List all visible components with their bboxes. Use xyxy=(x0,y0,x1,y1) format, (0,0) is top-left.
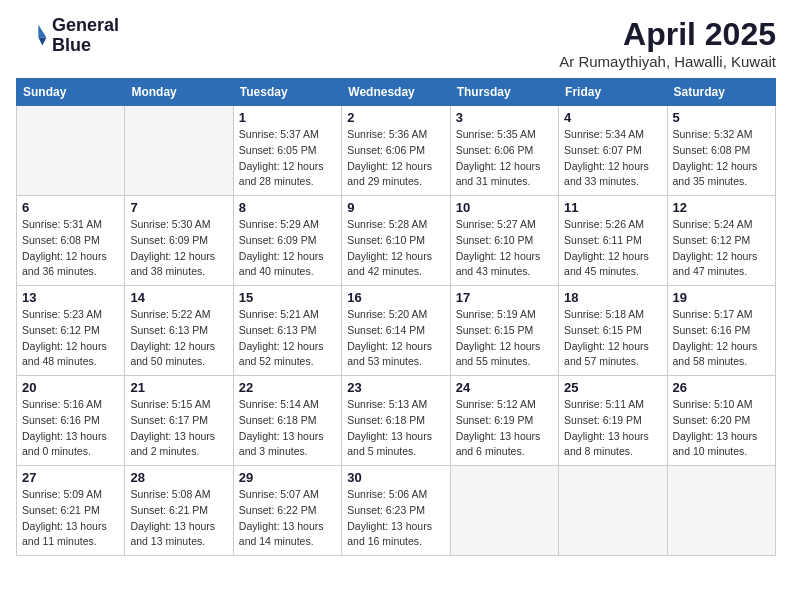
weekday-header: Thursday xyxy=(450,79,558,106)
daylight-text: Daylight: 12 hours and 29 minutes. xyxy=(347,159,444,191)
calendar-day-cell xyxy=(125,106,233,196)
svg-marker-0 xyxy=(38,25,46,38)
day-info: Sunrise: 5:17 AMSunset: 6:16 PMDaylight:… xyxy=(673,307,770,370)
calendar-week-row: 6Sunrise: 5:31 AMSunset: 6:08 PMDaylight… xyxy=(17,196,776,286)
page-header: General Blue April 2025 Ar Rumaythiyah, … xyxy=(16,16,776,70)
day-number: 24 xyxy=(456,380,553,395)
calendar-day-cell: 25Sunrise: 5:11 AMSunset: 6:19 PMDayligh… xyxy=(559,376,667,466)
sunrise-text: Sunrise: 5:36 AM xyxy=(347,127,444,143)
day-info: Sunrise: 5:06 AMSunset: 6:23 PMDaylight:… xyxy=(347,487,444,550)
calendar-day-cell: 2Sunrise: 5:36 AMSunset: 6:06 PMDaylight… xyxy=(342,106,450,196)
daylight-text: Daylight: 13 hours and 5 minutes. xyxy=(347,429,444,461)
sunset-text: Sunset: 6:18 PM xyxy=(347,413,444,429)
daylight-text: Daylight: 12 hours and 48 minutes. xyxy=(22,339,119,371)
logo-text: General Blue xyxy=(52,16,119,56)
sunrise-text: Sunrise: 5:06 AM xyxy=(347,487,444,503)
daylight-text: Daylight: 12 hours and 28 minutes. xyxy=(239,159,336,191)
day-info: Sunrise: 5:28 AMSunset: 6:10 PMDaylight:… xyxy=(347,217,444,280)
weekday-header: Friday xyxy=(559,79,667,106)
daylight-text: Daylight: 12 hours and 50 minutes. xyxy=(130,339,227,371)
calendar-day-cell: 30Sunrise: 5:06 AMSunset: 6:23 PMDayligh… xyxy=(342,466,450,556)
calendar-day-cell: 26Sunrise: 5:10 AMSunset: 6:20 PMDayligh… xyxy=(667,376,775,466)
sunrise-text: Sunrise: 5:30 AM xyxy=(130,217,227,233)
sunrise-text: Sunrise: 5:29 AM xyxy=(239,217,336,233)
sunset-text: Sunset: 6:12 PM xyxy=(22,323,119,339)
day-info: Sunrise: 5:14 AMSunset: 6:18 PMDaylight:… xyxy=(239,397,336,460)
day-number: 15 xyxy=(239,290,336,305)
weekday-header: Monday xyxy=(125,79,233,106)
calendar-table: SundayMondayTuesdayWednesdayThursdayFrid… xyxy=(16,78,776,556)
calendar-day-cell: 9Sunrise: 5:28 AMSunset: 6:10 PMDaylight… xyxy=(342,196,450,286)
daylight-text: Daylight: 12 hours and 38 minutes. xyxy=(130,249,227,281)
sunset-text: Sunset: 6:11 PM xyxy=(564,233,661,249)
day-info: Sunrise: 5:19 AMSunset: 6:15 PMDaylight:… xyxy=(456,307,553,370)
sunrise-text: Sunrise: 5:35 AM xyxy=(456,127,553,143)
calendar-day-cell: 19Sunrise: 5:17 AMSunset: 6:16 PMDayligh… xyxy=(667,286,775,376)
title-block: April 2025 Ar Rumaythiyah, Hawalli, Kuwa… xyxy=(559,16,776,70)
sunset-text: Sunset: 6:05 PM xyxy=(239,143,336,159)
daylight-text: Daylight: 12 hours and 31 minutes. xyxy=(456,159,553,191)
day-number: 7 xyxy=(130,200,227,215)
sunrise-text: Sunrise: 5:27 AM xyxy=(456,217,553,233)
day-info: Sunrise: 5:20 AMSunset: 6:14 PMDaylight:… xyxy=(347,307,444,370)
daylight-text: Daylight: 12 hours and 53 minutes. xyxy=(347,339,444,371)
sunrise-text: Sunrise: 5:10 AM xyxy=(673,397,770,413)
day-number: 5 xyxy=(673,110,770,125)
daylight-text: Daylight: 13 hours and 2 minutes. xyxy=(130,429,227,461)
daylight-text: Daylight: 13 hours and 13 minutes. xyxy=(130,519,227,551)
calendar-day-cell: 21Sunrise: 5:15 AMSunset: 6:17 PMDayligh… xyxy=(125,376,233,466)
calendar-day-cell: 28Sunrise: 5:08 AMSunset: 6:21 PMDayligh… xyxy=(125,466,233,556)
day-info: Sunrise: 5:08 AMSunset: 6:21 PMDaylight:… xyxy=(130,487,227,550)
day-info: Sunrise: 5:32 AMSunset: 6:08 PMDaylight:… xyxy=(673,127,770,190)
calendar-week-row: 20Sunrise: 5:16 AMSunset: 6:16 PMDayligh… xyxy=(17,376,776,466)
sunrise-text: Sunrise: 5:31 AM xyxy=(22,217,119,233)
day-info: Sunrise: 5:24 AMSunset: 6:12 PMDaylight:… xyxy=(673,217,770,280)
day-info: Sunrise: 5:11 AMSunset: 6:19 PMDaylight:… xyxy=(564,397,661,460)
day-number: 13 xyxy=(22,290,119,305)
sunset-text: Sunset: 6:21 PM xyxy=(130,503,227,519)
day-number: 8 xyxy=(239,200,336,215)
day-info: Sunrise: 5:10 AMSunset: 6:20 PMDaylight:… xyxy=(673,397,770,460)
calendar-day-cell: 13Sunrise: 5:23 AMSunset: 6:12 PMDayligh… xyxy=(17,286,125,376)
daylight-text: Daylight: 12 hours and 47 minutes. xyxy=(673,249,770,281)
daylight-text: Daylight: 13 hours and 14 minutes. xyxy=(239,519,336,551)
weekday-header: Wednesday xyxy=(342,79,450,106)
day-info: Sunrise: 5:26 AMSunset: 6:11 PMDaylight:… xyxy=(564,217,661,280)
location: Ar Rumaythiyah, Hawalli, Kuwait xyxy=(559,53,776,70)
day-number: 1 xyxy=(239,110,336,125)
calendar-week-row: 13Sunrise: 5:23 AMSunset: 6:12 PMDayligh… xyxy=(17,286,776,376)
day-info: Sunrise: 5:21 AMSunset: 6:13 PMDaylight:… xyxy=(239,307,336,370)
day-number: 16 xyxy=(347,290,444,305)
sunrise-text: Sunrise: 5:17 AM xyxy=(673,307,770,323)
calendar-day-cell: 6Sunrise: 5:31 AMSunset: 6:08 PMDaylight… xyxy=(17,196,125,286)
day-info: Sunrise: 5:07 AMSunset: 6:22 PMDaylight:… xyxy=(239,487,336,550)
sunset-text: Sunset: 6:07 PM xyxy=(564,143,661,159)
daylight-text: Daylight: 13 hours and 16 minutes. xyxy=(347,519,444,551)
day-number: 17 xyxy=(456,290,553,305)
daylight-text: Daylight: 12 hours and 42 minutes. xyxy=(347,249,444,281)
sunset-text: Sunset: 6:13 PM xyxy=(239,323,336,339)
day-number: 18 xyxy=(564,290,661,305)
daylight-text: Daylight: 13 hours and 11 minutes. xyxy=(22,519,119,551)
calendar-day-cell: 23Sunrise: 5:13 AMSunset: 6:18 PMDayligh… xyxy=(342,376,450,466)
daylight-text: Daylight: 12 hours and 52 minutes. xyxy=(239,339,336,371)
calendar-day-cell: 1Sunrise: 5:37 AMSunset: 6:05 PMDaylight… xyxy=(233,106,341,196)
sunset-text: Sunset: 6:14 PM xyxy=(347,323,444,339)
calendar-day-cell: 14Sunrise: 5:22 AMSunset: 6:13 PMDayligh… xyxy=(125,286,233,376)
calendar-day-cell: 5Sunrise: 5:32 AMSunset: 6:08 PMDaylight… xyxy=(667,106,775,196)
calendar-day-cell: 11Sunrise: 5:26 AMSunset: 6:11 PMDayligh… xyxy=(559,196,667,286)
day-number: 6 xyxy=(22,200,119,215)
day-number: 23 xyxy=(347,380,444,395)
day-number: 21 xyxy=(130,380,227,395)
sunrise-text: Sunrise: 5:21 AM xyxy=(239,307,336,323)
sunrise-text: Sunrise: 5:15 AM xyxy=(130,397,227,413)
day-info: Sunrise: 5:30 AMSunset: 6:09 PMDaylight:… xyxy=(130,217,227,280)
calendar-day-cell: 10Sunrise: 5:27 AMSunset: 6:10 PMDayligh… xyxy=(450,196,558,286)
sunrise-text: Sunrise: 5:09 AM xyxy=(22,487,119,503)
sunset-text: Sunset: 6:21 PM xyxy=(22,503,119,519)
daylight-text: Daylight: 12 hours and 36 minutes. xyxy=(22,249,119,281)
day-number: 27 xyxy=(22,470,119,485)
sunset-text: Sunset: 6:15 PM xyxy=(564,323,661,339)
weekday-header: Saturday xyxy=(667,79,775,106)
sunrise-text: Sunrise: 5:16 AM xyxy=(22,397,119,413)
